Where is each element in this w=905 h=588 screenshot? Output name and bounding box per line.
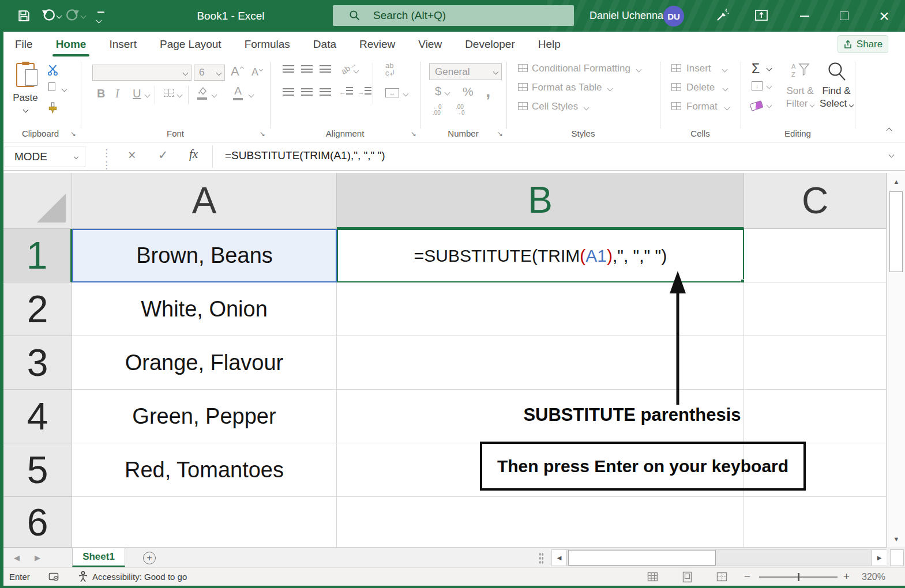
sheet-nav-left-icon[interactable]: ◀ — [14, 553, 20, 562]
copy-button[interactable] — [48, 82, 55, 93]
scroll-down-button[interactable]: ▼ — [887, 530, 905, 548]
alignment-dialog-launcher-icon[interactable]: ↘ — [411, 130, 416, 137]
row-header-5[interactable]: 5 — [3, 443, 72, 497]
column-header-b[interactable]: B — [337, 173, 744, 229]
orientation-dropdown-icon[interactable] — [354, 68, 359, 74]
new-sheet-button[interactable]: + — [143, 552, 156, 564]
tab-view[interactable]: View — [407, 32, 453, 57]
page-layout-view-icon[interactable] — [682, 571, 693, 585]
font-size-select[interactable]: 6 — [194, 65, 225, 81]
copy-dropdown-icon[interactable] — [62, 86, 67, 92]
accessibility-status[interactable]: Accessibility: Good to go — [92, 572, 187, 582]
whats-new-megaphone-icon[interactable] — [714, 8, 730, 26]
accessibility-icon[interactable] — [77, 571, 89, 585]
conditional-formatting-button[interactable]: Conditional Formatting — [532, 63, 641, 74]
merge-center-icon[interactable]: ↔ — [385, 88, 399, 97]
scroll-up-button[interactable]: ▲ — [887, 173, 905, 190]
vertical-scrollbar[interactable]: ▲ ▼ — [887, 173, 905, 548]
increase-indent-icon[interactable]: → — [358, 87, 371, 96]
find-select-button[interactable]: Find & Select — [818, 61, 855, 110]
decrease-font-size-button[interactable]: A — [251, 66, 262, 78]
tab-insert[interactable]: Insert — [97, 32, 148, 57]
horizontal-scrollbar[interactable]: ◀ ▶ — [551, 549, 887, 566]
number-dialog-launcher-icon[interactable]: ↘ — [497, 130, 503, 137]
paste-button[interactable]: Paste — [8, 63, 43, 114]
vertical-scrollbar-thumb[interactable] — [889, 191, 903, 272]
insert-cells-icon[interactable] — [671, 64, 681, 72]
zoom-in-button[interactable]: + — [843, 570, 850, 583]
cell-styles-button[interactable]: Cell Styles — [532, 101, 588, 112]
horizontal-scrollbar-thumb[interactable] — [568, 550, 716, 566]
row-header-3[interactable]: 3 — [3, 336, 72, 390]
merge-center-dropdown-icon[interactable] — [403, 91, 409, 97]
delete-cells-button[interactable]: Delete — [686, 82, 727, 93]
accounting-dropdown-icon[interactable] — [445, 90, 450, 96]
name-box[interactable]: MODE — [5, 146, 85, 167]
insert-function-button[interactable]: fx — [189, 147, 198, 161]
fill-color-icon[interactable] — [197, 86, 208, 100]
align-bottom-icon[interactable] — [320, 65, 331, 73]
search-input[interactable]: Search (Alt+Q) — [333, 5, 574, 26]
formula-input[interactable]: =SUBSTITUTE(TRIM(A1),", "," ") — [225, 149, 385, 162]
font-color-icon[interactable]: A — [233, 85, 243, 100]
scroll-left-button[interactable]: ◀ — [552, 550, 567, 566]
tab-scrollbar-splitter[interactable] — [539, 552, 544, 564]
accounting-format-icon[interactable]: $ — [435, 85, 441, 98]
zoom-out-button[interactable]: − — [744, 570, 750, 583]
clear-icon[interactable] — [750, 100, 764, 111]
cell-a2[interactable]: White, Onion — [72, 282, 337, 336]
cell-styles-icon[interactable] — [518, 102, 528, 110]
fill-color-dropdown-icon[interactable] — [212, 92, 217, 98]
minimize-button[interactable] — [791, 0, 818, 32]
format-painter-icon[interactable] — [47, 102, 58, 116]
tab-file[interactable]: File — [3, 32, 44, 57]
tab-page-layout[interactable]: Page Layout — [148, 32, 233, 57]
name-box-resizer-icon[interactable]: ⋮⋮ — [102, 147, 111, 171]
record-macro-icon[interactable] — [48, 571, 59, 584]
save-icon[interactable] — [17, 9, 31, 25]
ribbon-display-options-icon[interactable] — [754, 9, 768, 24]
sheet-tab-sheet1[interactable]: Sheet1 — [72, 548, 125, 567]
align-center-icon[interactable] — [301, 88, 313, 96]
cell-b6[interactable] — [337, 497, 744, 548]
column-header-a[interactable]: A — [72, 173, 337, 229]
page-break-preview-icon[interactable] — [716, 571, 728, 585]
row-header-2[interactable]: 2 — [3, 282, 72, 336]
customize-quick-access-icon[interactable] — [97, 12, 104, 25]
underline-button[interactable]: U — [133, 87, 141, 100]
cut-icon[interactable] — [47, 64, 59, 78]
tab-review[interactable]: Review — [348, 32, 407, 57]
format-as-table-button[interactable]: Format as Table — [532, 82, 612, 93]
cell-c3[interactable] — [744, 336, 887, 390]
autosum-icon[interactable]: Σ — [752, 61, 760, 77]
clear-dropdown-icon[interactable] — [767, 103, 772, 108]
cell-c2[interactable] — [744, 282, 887, 336]
wrap-text-icon[interactable]: abc↲ — [385, 62, 395, 77]
column-header-c[interactable]: C — [744, 173, 887, 229]
percent-style-icon[interactable]: % — [463, 85, 474, 99]
underline-dropdown-icon[interactable] — [145, 92, 151, 98]
zoom-level[interactable]: 320% — [862, 572, 885, 582]
cell-a4[interactable]: Green, Pepper — [72, 390, 337, 443]
fill-dropdown-icon[interactable] — [767, 84, 772, 89]
font-name-select[interactable] — [92, 65, 191, 81]
row-header-1[interactable]: 1 — [3, 229, 72, 282]
align-left-icon[interactable] — [283, 88, 294, 96]
share-button[interactable]: Share — [838, 35, 888, 53]
tab-formulas[interactable]: Formulas — [233, 32, 302, 57]
cell-a1[interactable]: Brown, Beans — [72, 229, 337, 282]
sheet-nav-right-icon[interactable]: ▶ — [35, 553, 40, 562]
borders-dropdown-icon[interactable] — [177, 92, 183, 98]
decrease-decimal-icon[interactable]: .00→0 — [456, 104, 465, 116]
italic-button[interactable]: I — [115, 87, 119, 100]
delete-cells-icon[interactable] — [671, 83, 681, 91]
sort-filter-button[interactable]: AZ Sort & Filter — [780, 62, 820, 110]
comma-style-icon[interactable]: , — [486, 81, 490, 101]
select-all-corner[interactable] — [3, 173, 72, 229]
expand-formula-bar-icon[interactable] — [889, 152, 895, 158]
format-cells-icon[interactable] — [671, 102, 681, 110]
align-middle-icon[interactable] — [301, 65, 313, 73]
tab-help[interactable]: Help — [527, 32, 572, 57]
cell-c1[interactable] — [744, 229, 887, 282]
tab-home[interactable]: Home — [44, 32, 98, 57]
